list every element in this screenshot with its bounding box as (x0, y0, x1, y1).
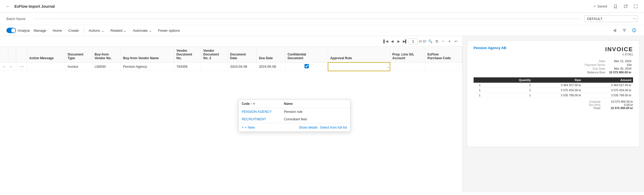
approval-rule-dropdown-button[interactable]: ⌄ (387, 65, 389, 68)
row-dots-cell[interactable]: ⋯ (16, 62, 27, 71)
last-page-button[interactable]: ▶▌ (402, 38, 408, 45)
dropdown-name-pension: Pension rule (284, 110, 347, 114)
analyse-toggle[interactable]: Analyse (6, 28, 30, 33)
col-gl-account: Prop. Line G/LAccount (390, 47, 425, 62)
row-purchase-code (425, 62, 462, 71)
dropdown-item-pension-agency[interactable]: PENSION AGENCY Pension rule (239, 108, 350, 116)
row-doc-date: 2024-04-08 (228, 62, 257, 71)
table-row: → – ⋯ Invoice L00030 Pension Agency 7843… (0, 62, 462, 71)
row-due-date: 2024-05-08 (257, 62, 286, 71)
line1-amount: 3 464 557.00 kr (581, 83, 631, 87)
top-icons (611, 2, 640, 10)
row-dots-button[interactable]: ⋯ (18, 64, 25, 69)
line3-num: 1 (475, 94, 481, 97)
invoice-document: Pension Agency AB INVOICE # 87961 Date: … (467, 40, 640, 147)
fullscreen-button[interactable] (632, 2, 640, 10)
filter-icon[interactable]: ▿ (253, 102, 255, 106)
invoice-header: Pension Agency AB INVOICE # 87961 (474, 46, 633, 56)
related-button[interactable]: Related ⌄ (108, 27, 129, 34)
show-details-button[interactable]: Show details (299, 126, 318, 129)
subtotal-label: Subtotal: (585, 100, 601, 103)
main-area: ▌◀ ◀ ▶ ▶▌ of 10 🔍 ⧉ − + ↩ Action Message… (0, 36, 644, 192)
actions-label: Actions (89, 29, 100, 33)
tax-row: Tax (0%): 0.00 kr (585, 103, 633, 106)
total-value: 10 575 800.00 kr (606, 106, 633, 110)
first-page-button[interactable]: ▌◀ (383, 38, 389, 45)
dropdown-code-pension: PENSION AGENCY (242, 110, 282, 114)
dropdown-code-header: Code ↑ ▿ (242, 102, 282, 106)
filter-button[interactable] (620, 27, 628, 34)
col-purchase-code: ExFlowPurchase Code (425, 47, 462, 62)
subtotal-row: Subtotal: 10 575 800.00 kr (585, 100, 633, 103)
dropdown-item-recruitment[interactable]: RECRUITMENT Consultant fees (239, 116, 350, 123)
row-approval-rule[interactable]: ⌄ (328, 62, 390, 71)
new-label: + New (245, 125, 255, 129)
batch-name-row: Batch Name DEFAULT ··· (0, 13, 644, 25)
line1-qty: 1 (481, 83, 531, 87)
col-dots (16, 47, 27, 62)
batch-name-label: Batch Name (6, 17, 30, 21)
back-button[interactable]: ← (4, 3, 12, 10)
new-item-button[interactable]: + + New (242, 125, 255, 129)
next-page-button[interactable]: ▶ (395, 38, 402, 45)
saved-label: Saved (597, 4, 607, 8)
line2-rate: 3 575 454.00 kr (531, 89, 581, 92)
line-header-num (475, 78, 481, 82)
copy-row-button[interactable]: ⧉ (434, 38, 440, 45)
undo-button[interactable]: ↩ (453, 38, 459, 45)
create-button[interactable]: Create (66, 27, 81, 34)
automate-button[interactable]: Automate ⌄ (130, 27, 154, 34)
actions-button[interactable]: Actions ⌄ (86, 27, 107, 34)
add-row-button[interactable]: + (446, 38, 453, 45)
col-vendor-name: Buy-from Vendor Name (121, 47, 174, 62)
dropdown-name-recruitment: Consultant fees (284, 117, 347, 121)
dropdown-header: Code ↑ ▿ Name (239, 100, 350, 108)
related-chevron-icon: ⌄ (123, 29, 126, 33)
balance-due-label: Balance Due: (583, 70, 607, 74)
journal-table: Action Message DocumentType Buy-fromVend… (0, 47, 462, 71)
toggle-track[interactable] (6, 28, 16, 33)
fewer-options-button[interactable]: Fewer options (155, 27, 183, 34)
share-button[interactable] (611, 27, 618, 34)
row-confidential[interactable] (285, 62, 328, 71)
manage-label: Manage (34, 29, 46, 33)
confidential-checkbox[interactable] (305, 64, 309, 68)
batch-dots-divider (34, 19, 581, 19)
line1-rate: 3 464 557.00 kr (531, 83, 581, 87)
select-from-full-list-button[interactable]: Select from full list (320, 126, 347, 129)
col-vendor-doc-no2: VendorDocumentNo. 2 (201, 47, 228, 62)
col-vendor-no: Buy-fromVendor No. (92, 47, 121, 62)
automate-chevron-icon: ⌄ (149, 29, 152, 33)
col-arrow (0, 47, 8, 62)
search-rows-button[interactable]: 🔍 (427, 38, 434, 45)
row-vendor-name: Pension Agency (121, 62, 174, 71)
new-plus-icon: + (242, 125, 244, 129)
approval-rule-dropdown: Code ↑ ▿ Name PENSION AGENCY Pension rul… (238, 100, 350, 132)
toolbar: Analyse Manage Home Create Actions ⌄ Rel… (0, 25, 644, 36)
row-vendor-doc-no: 784356 (174, 62, 201, 71)
create-label: Create (68, 29, 79, 33)
line2-amount: 3 575 454.00 kr (581, 89, 631, 92)
tax-value: 0.00 kr (606, 103, 633, 106)
line2-num: 1 (475, 89, 481, 92)
bookmark-button[interactable] (611, 2, 619, 10)
row-vendor-no: L00030 (92, 62, 121, 71)
invoice-line-header: Quantity Rate Amount (474, 77, 633, 83)
open-new-window-button[interactable] (622, 2, 630, 10)
approval-rule-input[interactable] (328, 63, 383, 70)
remove-row-button[interactable]: − (440, 38, 446, 45)
toolbar-separator (84, 28, 84, 33)
line-header-qty: Quantity (481, 78, 531, 82)
info-button[interactable]: ⓘ (630, 27, 638, 34)
invoice-title-block: INVOICE # 87961 (605, 46, 633, 56)
home-button[interactable]: Home (50, 27, 65, 34)
tax-label: Tax (0%): (585, 103, 601, 106)
prev-page-button[interactable]: ◀ (389, 38, 395, 45)
invoice-meta: Date: Mar 15, 2024 Payment Terms: 10d Du… (474, 59, 633, 74)
col-vendor-doc-no: VendorDocumentNo. (174, 47, 201, 62)
batch-value-display[interactable]: DEFAULT ··· (584, 15, 638, 22)
row-indicator: – (8, 62, 16, 71)
page-number-input[interactable] (408, 38, 418, 44)
manage-button[interactable]: Manage (31, 27, 49, 34)
batch-more-button[interactable]: ··· (633, 16, 636, 21)
